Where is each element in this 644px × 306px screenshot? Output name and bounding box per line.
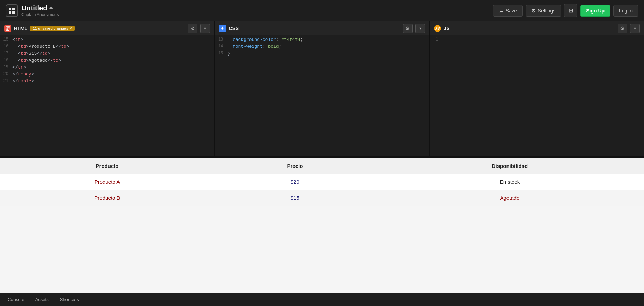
cell-disponibilidad-b: Agotado: [376, 190, 644, 206]
app-logo: [6, 4, 18, 17]
signup-button[interactable]: Sign Up: [580, 5, 610, 17]
cloud-icon: ☁: [499, 8, 504, 14]
html-editor-body[interactable]: 15 <tr> 16 <td>Producto B</td> 17 <td>$1…: [0, 35, 214, 156]
css-editor-body[interactable]: 13 background-color: #f4f4f4; 14 font-we…: [215, 35, 429, 156]
js-panel: JS JS ⚙ ▾ 1: [430, 21, 644, 156]
html-label: HTML: [14, 26, 27, 31]
css-panel-header: ✦ CSS ⚙ ▾: [215, 21, 429, 35]
code-line: 14 font-weight: bold;: [215, 44, 429, 51]
js-gear-button[interactable]: ⚙: [618, 24, 627, 33]
svg-rect-0: [9, 8, 11, 10]
col-header-precio: Precio: [214, 158, 376, 174]
js-label: JS: [444, 26, 450, 31]
nav-buttons: ☁ Save ⚙ Settings ⊞ Sign Up Log In: [493, 4, 638, 17]
code-line: 1: [430, 37, 644, 44]
table-row: Producto A $20 En stock: [0, 174, 644, 190]
code-line: 20 </tbody>: [0, 71, 214, 78]
user-subtitle: Captain Anonymous: [21, 12, 59, 17]
svg-line-7: [7, 29, 8, 30]
js-editor-body[interactable]: 1: [430, 35, 644, 156]
cell-precio-b: $15: [214, 190, 376, 206]
edit-title-icon[interactable]: ✏: [49, 6, 53, 11]
html-panel: HTML 11 unsaved changes ✕ ⚙ ▾ 15 <tr> 16…: [0, 21, 215, 156]
top-navigation: Untitled ✏ Captain Anonymous ☁ Save ⚙ Se…: [0, 0, 644, 21]
settings-button[interactable]: ⚙ Settings: [526, 5, 562, 17]
code-line: 15 <tr>: [0, 37, 214, 44]
cell-disponibilidad-a: En stock: [376, 174, 644, 190]
unsaved-badge: 11 unsaved changes ✕: [30, 26, 75, 31]
css-gear-button[interactable]: ⚙: [403, 24, 413, 33]
js-chevron-button[interactable]: ▾: [630, 24, 640, 33]
code-line: 19 </tr>: [0, 64, 214, 71]
logo-text: Untitled ✏ Captain Anonymous: [21, 4, 59, 17]
col-header-disponibilidad: Disponibilidad: [376, 158, 644, 174]
shortcuts-tab[interactable]: Shortcuts: [55, 295, 84, 304]
preview-table: Producto Precio Disponibilidad Producto …: [0, 158, 644, 206]
cell-producto-a: Producto A: [0, 174, 214, 190]
bottom-bar: Console Assets Shortcuts: [0, 293, 644, 306]
grid-icon: ⊞: [568, 8, 573, 14]
console-tab[interactable]: Console: [3, 295, 29, 304]
css-icon: ✦: [219, 25, 226, 32]
cell-precio-a: $20: [214, 174, 376, 190]
css-code-area[interactable]: 13 background-color: #f4f4f4; 14 font-we…: [215, 35, 429, 156]
code-line: 17 <td>$15</td>: [0, 51, 214, 57]
gear-icon: ⚙: [531, 8, 536, 14]
html-code-area[interactable]: 15 <tr> 16 <td>Producto B</td> 17 <td>$1…: [0, 35, 214, 156]
svg-rect-3: [12, 11, 15, 14]
css-chevron-button[interactable]: ▾: [415, 24, 425, 33]
js-code-area[interactable]: 1: [430, 35, 644, 156]
cell-producto-b: Producto B: [0, 190, 214, 206]
svg-rect-1: [12, 8, 15, 10]
preview-area: Producto Precio Disponibilidad Producto …: [0, 158, 644, 293]
code-line: 13 background-color: #f4f4f4;: [215, 37, 429, 44]
assets-tab[interactable]: Assets: [30, 295, 54, 304]
code-line: 15 }: [215, 51, 429, 57]
project-title: Untitled: [21, 4, 47, 12]
code-line: 18 <td>Agotado</td>: [0, 57, 214, 64]
svg-rect-2: [9, 11, 11, 14]
html-gear-button[interactable]: ⚙: [188, 24, 197, 33]
code-line: 21 </table>: [0, 78, 214, 85]
html-icon: [4, 25, 11, 32]
preview-table-container: Producto Precio Disponibilidad Producto …: [0, 158, 644, 206]
html-chevron-button[interactable]: ▾: [200, 24, 210, 33]
editors-area: HTML 11 unsaved changes ✕ ⚙ ▾ 15 <tr> 16…: [0, 21, 644, 158]
css-panel: ✦ CSS ⚙ ▾ 13 background-color: #f4f4f4; …: [215, 21, 430, 156]
table-row: Producto B $15 Agotado: [0, 190, 644, 206]
login-button[interactable]: Log In: [613, 5, 638, 17]
close-badge-icon[interactable]: ✕: [69, 26, 72, 30]
html-panel-header: HTML 11 unsaved changes ✕ ⚙ ▾: [0, 21, 214, 35]
code-line: 16 <td>Producto B</td>: [0, 44, 214, 51]
js-panel-header: JS JS ⚙ ▾: [430, 21, 644, 35]
css-label: CSS: [229, 26, 239, 31]
logo-area: Untitled ✏ Captain Anonymous: [6, 4, 493, 17]
save-button[interactable]: ☁ Save: [493, 5, 523, 17]
col-header-producto: Producto: [0, 158, 214, 174]
js-icon: JS: [434, 25, 441, 32]
grid-button[interactable]: ⊞: [564, 4, 577, 17]
